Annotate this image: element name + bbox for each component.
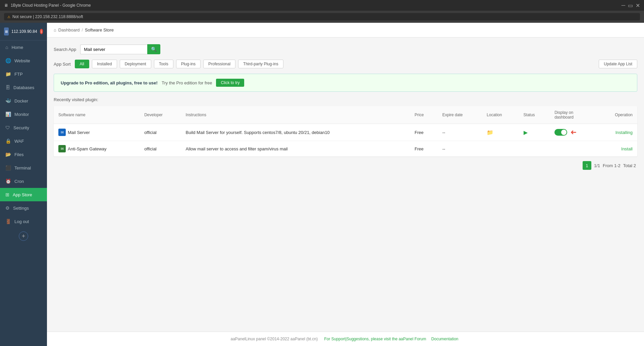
sidebar-item-website[interactable]: 🌐 Website	[0, 54, 47, 67]
page-1-button[interactable]: 1	[583, 161, 591, 170]
gear-icon: ⚙	[5, 205, 10, 211]
search-button[interactable]: 🔍	[147, 44, 160, 54]
filter-btn-plugins[interactable]: Plug-ins	[176, 60, 201, 68]
address-text: Not secure | 220.158.232.118:8888/soft	[12, 14, 83, 19]
sidebar-item-app-store[interactable]: ⊞ App Store	[0, 188, 47, 201]
install-button[interactable]: Install	[621, 146, 633, 151]
globe-icon: 🌐	[5, 58, 11, 63]
sidebar-item-terminal[interactable]: ⬛ Terminal	[0, 161, 47, 175]
sidebar-item-home[interactable]: ⌂ Home	[0, 41, 47, 54]
footer-copyright: aaPanelLinux panel ©2014-2022 aaPanel (b…	[230, 337, 318, 341]
footer: aaPanelLinux panel ©2014-2022 aaPanel (b…	[47, 332, 644, 346]
display-dashboard-cell: ➜	[550, 124, 597, 141]
sidebar-item-monitor[interactable]: 📊 Monitor	[0, 108, 47, 121]
app-table: Software name Developer Instructions Pri…	[54, 106, 637, 156]
arrow-annotation: ➜	[571, 128, 577, 137]
app-name-mail-server[interactable]: Mail Server	[68, 130, 90, 135]
breadcrumb-dashboard-link[interactable]: Dashboard	[58, 27, 80, 32]
col-price: Price	[410, 106, 438, 124]
location-cell: 📁	[482, 124, 519, 141]
search-input-wrap: 🔍	[80, 44, 160, 54]
sidebar-item-waf[interactable]: 🔒 WAF	[0, 134, 47, 148]
sidebar: 🖥 112.109.90.84 1 ⌂ Home 🌐 Website 📁 FTP…	[0, 23, 47, 346]
col-display-on-dashboard: Display ondashboard	[550, 106, 597, 124]
sidebar-item-files[interactable]: 📂 Files	[0, 148, 47, 161]
sidebar-ip: 112.109.90.84	[11, 29, 37, 34]
filter-btn-tools[interactable]: Tools	[154, 60, 173, 68]
filter-row: App Sort All Installed Deployment Tools …	[54, 60, 637, 68]
filter-btn-installed[interactable]: Installed	[92, 60, 117, 68]
sidebar-item-docker[interactable]: 🐳 Docker	[0, 94, 47, 108]
table-header: Software name Developer Instructions Pri…	[54, 106, 637, 124]
main-content: ⌂ Dashboard / Software Store Search App …	[47, 23, 644, 346]
footer-docs-link[interactable]: Documentation	[431, 337, 459, 341]
sidebar-item-label: Log out	[14, 219, 29, 224]
terminal-icon: ⬛	[5, 165, 11, 170]
sidebar-item-label: Cron	[14, 179, 24, 184]
table-row: ✉ Mail Server official Build Mail Server…	[54, 124, 637, 141]
promo-click-button[interactable]: Click to try	[216, 79, 244, 87]
play-icon[interactable]: ▶	[524, 130, 528, 135]
profile-icon: 🖥	[4, 27, 9, 36]
app-icon-mail-server: ✉	[58, 129, 66, 136]
footer-support-link[interactable]: For Support|Suggestions, please visit th…	[324, 337, 426, 341]
folder-icon: 📁	[5, 71, 11, 77]
filter-btn-third-party[interactable]: Third-party Plug-ins	[238, 60, 283, 68]
sidebar-item-cron[interactable]: ⏰ Cron	[0, 175, 47, 188]
docker-icon: 🐳	[5, 98, 11, 103]
filter-btn-deployment[interactable]: Deployment	[120, 60, 151, 68]
close-button[interactable]: ✕	[636, 2, 640, 9]
app-name-anti-spam[interactable]: Anti-Spam Gateway	[68, 146, 107, 151]
shield-icon: 🛡	[5, 125, 10, 130]
price-cell: Free	[410, 141, 438, 157]
browser-title-left: 🖥 1Byte Cloud Hosting Panel - Google Chr…	[4, 3, 91, 8]
app-name-cell: ✉ Mail Server	[54, 124, 140, 141]
home-breadcrumb-icon: ⌂	[54, 27, 56, 32]
appstore-icon: ⊞	[5, 192, 9, 197]
pagination-total: Total 2	[623, 163, 636, 168]
developer-cell: official	[140, 124, 181, 141]
sidebar-item-ftp[interactable]: 📁 FTP	[0, 67, 47, 81]
breadcrumb-separator: /	[82, 27, 83, 32]
table-body: ✉ Mail Server official Build Mail Server…	[54, 124, 637, 157]
sidebar-item-security[interactable]: 🛡 Security	[0, 121, 47, 134]
logout-icon: 🚪	[5, 219, 11, 224]
promo-banner: Upgrade to Pro edition, all plugins, fre…	[54, 74, 637, 92]
sidebar-item-label: App Store	[13, 192, 32, 197]
sidebar-item-label: Docker	[14, 98, 28, 103]
table-header-row: Software name Developer Instructions Pri…	[54, 106, 637, 124]
search-label: Search App	[54, 47, 76, 52]
folder-location-icon[interactable]: 📁	[487, 130, 493, 135]
app-icon-anti-spam: ✉	[58, 145, 66, 152]
filter-btn-professional[interactable]: Professional	[203, 60, 235, 68]
browser-window-controls[interactable]: ─ ▭ ✕	[622, 2, 640, 9]
search-area: Search App 🔍	[54, 44, 637, 54]
search-input[interactable]	[80, 45, 147, 54]
update-app-list-button[interactable]: Update App List	[599, 60, 637, 68]
database-icon: 🗄	[5, 85, 10, 90]
app-name-cell: ✉ Anti-Spam Gateway	[54, 141, 140, 157]
security-warning-icon: ⚠	[7, 15, 10, 19]
toggle-wrap: ➜	[554, 128, 592, 137]
price-cell: Free	[410, 124, 438, 141]
sidebar-item-label: Home	[11, 45, 23, 50]
address-bar[interactable]: ⚠ Not secure | 220.158.232.118:8888/soft	[4, 13, 640, 20]
filter-btn-all[interactable]: All	[75, 60, 89, 68]
add-server-button[interactable]: +	[19, 231, 28, 241]
pagination-pages: 1/1	[594, 163, 600, 168]
sidebar-item-logout[interactable]: 🚪 Log out	[0, 215, 47, 228]
sidebar-item-label: Databases	[13, 85, 34, 90]
promo-text: Upgrade to Pro edition, all plugins, fre…	[61, 80, 158, 85]
sidebar-item-databases[interactable]: 🗄 Databases	[0, 81, 47, 94]
pagination-range: From 1-2	[603, 163, 621, 168]
col-status: Status	[519, 106, 550, 124]
pagination-row: 1 1/1 From 1-2 Total 2	[54, 156, 637, 171]
display-dashboard-toggle[interactable]	[554, 129, 567, 136]
restore-button[interactable]: ▭	[628, 2, 633, 9]
minimize-button[interactable]: ─	[622, 2, 625, 9]
sidebar-item-settings[interactable]: ⚙ Settings	[0, 201, 47, 215]
breadcrumb-current: Software Store	[85, 27, 114, 32]
status-cell: ▶	[519, 124, 550, 141]
sidebar-item-label: Website	[14, 58, 30, 63]
sidebar-notification-badge: 1	[40, 29, 43, 34]
